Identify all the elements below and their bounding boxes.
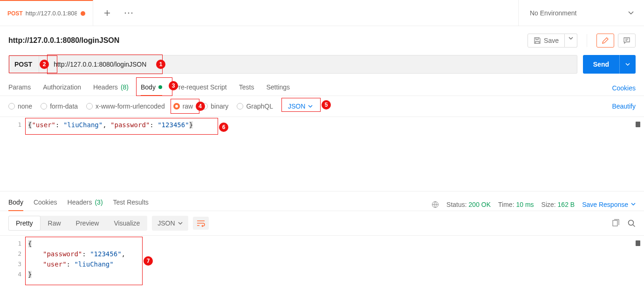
cookies-link[interactable]: Cookies [612, 84, 636, 92]
scrollbar[interactable] [636, 240, 640, 246]
comment-icon [623, 37, 630, 44]
view-mode-segment: Pretty Raw Preview Visualize [8, 216, 147, 231]
response-body-editor[interactable]: 1 2 3 4 { "password": "123456", "user": … [0, 236, 644, 292]
response-code-content: { "password": "123456", "user": "liuChan… [28, 239, 644, 292]
svg-point-0 [124, 12, 126, 14]
wrap-icon [197, 219, 205, 227]
body-indicator-icon [158, 85, 162, 89]
annotation-7: 7 [144, 256, 153, 266]
send-button[interactable]: Send [583, 55, 636, 74]
time-block: Time: 10 ms [498, 201, 534, 208]
request-title-row: http://127.0.0.1:8080/loginJSON Save [0, 26, 644, 55]
wrap-lines-button[interactable] [193, 217, 209, 230]
add-tab-button[interactable] [101, 7, 114, 20]
response-tabs: Body Cookies Headers (3) Test Results St… [0, 192, 644, 211]
send-options[interactable] [619, 55, 636, 74]
view-raw[interactable]: Raw [41, 216, 69, 231]
annotation-4: 4 [196, 102, 205, 111]
url-field[interactable]: http://127.0.0.1:8080/loginJSON 1 [48, 55, 577, 74]
view-preview[interactable]: Preview [69, 216, 107, 231]
tab-headers[interactable]: Headers (8) [93, 81, 129, 96]
request-body-editor[interactable]: 1 {"user": "liuChang", "password": "1234… [0, 117, 644, 192]
chevron-down-icon [628, 11, 634, 15]
annotation-1: 1 [156, 60, 165, 69]
status-block: Status: 200 OK [446, 201, 491, 208]
response-language-selector[interactable]: JSON [152, 216, 188, 231]
svg-point-5 [629, 220, 634, 226]
chevron-down-icon [631, 203, 636, 206]
save-button[interactable]: Save [528, 34, 565, 48]
body-type-row: none form-data x-www-form-urlencoded raw… [0, 96, 644, 117]
tab-authorization[interactable]: Authorization [43, 81, 81, 96]
beautify-link[interactable]: Beautify [612, 103, 636, 110]
chevron-down-icon [178, 222, 183, 225]
body-type-binary[interactable]: binary [201, 103, 228, 110]
tab-tests[interactable]: Tests [239, 81, 254, 96]
svg-point-2 [131, 12, 132, 14]
view-visualize[interactable]: Visualize [106, 216, 147, 231]
annotation-5: 5 [322, 100, 331, 110]
body-type-none[interactable]: none [8, 103, 32, 110]
body-type-form-data[interactable]: form-data [41, 103, 78, 110]
comment-icon-button[interactable] [618, 34, 636, 48]
http-method-label: POST [9, 61, 39, 68]
environment-selector[interactable]: No Environment [518, 0, 644, 26]
globe-icon[interactable] [432, 201, 439, 208]
save-response-button[interactable]: Save Response [582, 201, 636, 208]
scrollbar[interactable] [636, 122, 640, 127]
body-type-graphql[interactable]: GraphQL [237, 103, 273, 110]
divider [587, 34, 587, 47]
annotation-3: 3 [169, 81, 178, 90]
code-content[interactable]: {"user": "liuChang", "password": "123456… [28, 120, 644, 191]
request-name: http://127.0.0.1:8080/loginJSON [8, 36, 119, 45]
http-method-selector[interactable]: POST 2 [8, 55, 54, 74]
tab-bar: POST http://127.0.0.1:8080/l No Environm… [0, 0, 644, 26]
more-tabs-icon[interactable] [122, 7, 135, 20]
url-row: POST 2 http://127.0.0.1:8080/loginJSON 1… [0, 55, 644, 77]
response-tab-body[interactable]: Body [8, 198, 23, 211]
chevron-down-icon [625, 63, 630, 66]
tab-body[interactable]: Body 3 [141, 81, 162, 96]
response-tab-headers[interactable]: Headers (3) [68, 198, 103, 211]
save-icon [534, 37, 541, 44]
line-gutter: 1 2 3 4 [0, 239, 28, 292]
body-language-selector[interactable]: JSON 5 [284, 101, 316, 112]
copy-icon[interactable] [611, 219, 620, 227]
pencil-icon [602, 37, 609, 44]
chevron-down-icon [569, 37, 573, 40]
tab-pre-request-script[interactable]: Pre-request Script [174, 81, 227, 96]
tab-title: http://127.0.0.1:8080/l [26, 10, 77, 17]
environment-label: No Environment [530, 9, 576, 17]
response-toolbar: Pretty Raw Preview Visualize JSON [0, 211, 644, 236]
svg-rect-4 [613, 220, 617, 226]
response-tab-test-results[interactable]: Test Results [113, 198, 149, 211]
size-block: Size: 162 B [541, 201, 575, 208]
line-gutter: 1 [0, 120, 28, 191]
body-type-urlencoded[interactable]: x-www-form-urlencoded [86, 103, 165, 110]
view-pretty[interactable]: Pretty [8, 216, 41, 231]
tab-method: POST [7, 10, 23, 17]
radio-checked-icon [173, 103, 180, 110]
unsaved-dot-icon [81, 11, 85, 16]
svg-point-1 [128, 12, 129, 14]
response-tab-cookies[interactable]: Cookies [34, 198, 57, 211]
tab-params[interactable]: Params [8, 81, 31, 96]
tab-settings[interactable]: Settings [266, 81, 290, 96]
search-icon[interactable] [627, 219, 636, 227]
request-tabs: Params Authorization Headers (8) Body 3 … [0, 77, 644, 96]
request-tab-active[interactable]: POST http://127.0.0.1:8080/l [0, 0, 93, 26]
annotation-2: 2 [40, 60, 49, 69]
body-type-raw[interactable]: raw 4 [173, 103, 193, 110]
annotation-6: 6 [219, 123, 228, 132]
save-options-button[interactable] [565, 34, 577, 48]
chevron-down-icon [308, 105, 313, 108]
edit-icon-button[interactable] [596, 34, 614, 48]
